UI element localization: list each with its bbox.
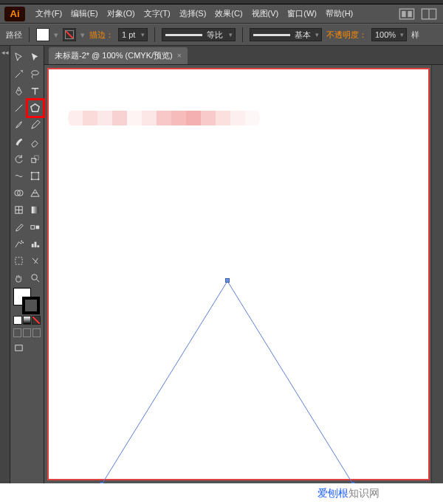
stroke-label[interactable]: 描边： xyxy=(89,30,114,41)
artboard-tool[interactable] xyxy=(10,252,27,269)
anchor-point[interactable] xyxy=(351,482,355,483)
svg-rect-19 xyxy=(32,207,38,213)
blend-tool[interactable] xyxy=(27,218,44,235)
lasso-tool[interactable] xyxy=(27,66,44,83)
symbol-sprayer-tool[interactable] xyxy=(10,235,27,252)
column-graph-tool[interactable] xyxy=(27,235,44,252)
arrange-docs-icon[interactable] xyxy=(421,7,437,21)
magic-wand-tool[interactable] xyxy=(10,66,27,83)
svg-rect-31 xyxy=(16,345,22,351)
style-button[interactable]: 样 xyxy=(411,30,419,41)
svg-marker-32 xyxy=(102,281,353,483)
menu-select[interactable]: 选择(S) xyxy=(175,5,211,22)
svg-rect-1 xyxy=(402,10,406,16)
fill-swatch[interactable] xyxy=(36,28,49,41)
menu-edit[interactable]: 编辑(E) xyxy=(66,5,103,22)
draw-normal-icon[interactable] xyxy=(13,328,21,337)
svg-rect-15 xyxy=(38,179,40,180)
stroke-weight-value: 1 pt xyxy=(122,30,135,39)
mesh-tool[interactable] xyxy=(10,201,27,218)
style-dropdown[interactable]: 基本 xyxy=(250,28,322,41)
ratio-dropdown[interactable]: 等比 xyxy=(162,28,236,41)
pencil-tool[interactable] xyxy=(27,117,44,134)
opacity-label[interactable]: 不透明度： xyxy=(326,30,367,41)
bridge-icon[interactable] xyxy=(399,7,415,21)
fill-stroke-control[interactable] xyxy=(10,286,44,314)
watermark-text: 知识网 xyxy=(348,487,380,499)
blob-brush-tool[interactable] xyxy=(10,134,27,151)
vertical-scrollbar[interactable] xyxy=(431,65,443,483)
collapse-arrows-icon: ◂◂ xyxy=(1,49,9,483)
menu-help[interactable]: 帮助(H) xyxy=(321,5,357,22)
screen-mode-tool[interactable] xyxy=(10,339,27,356)
swatch-dropdown-icon[interactable]: ▾ xyxy=(54,30,58,40)
anchor-point[interactable] xyxy=(100,482,104,483)
svg-rect-9 xyxy=(32,159,36,163)
hand-tool[interactable] xyxy=(10,269,27,286)
pen-tool[interactable] xyxy=(10,83,27,100)
svg-rect-27 xyxy=(38,245,40,247)
svg-rect-26 xyxy=(35,242,37,248)
free-transform-tool[interactable] xyxy=(27,168,44,184)
stroke-dropdown-icon[interactable]: ▾ xyxy=(80,30,85,40)
eraser-tool[interactable] xyxy=(27,134,44,151)
polygon-tool[interactable] xyxy=(27,100,44,117)
draw-behind-icon[interactable] xyxy=(23,328,31,337)
eyedropper-tool[interactable] xyxy=(10,218,27,235)
svg-rect-10 xyxy=(35,156,39,160)
color-mode-solid[interactable] xyxy=(13,316,22,325)
artboard-outline xyxy=(47,68,430,480)
tools-panel xyxy=(10,46,44,483)
svg-line-30 xyxy=(37,279,40,282)
zoom-tool[interactable] xyxy=(27,269,44,286)
menu-bar: Ai 文件(F) 编辑(E) 对象(O) 文字(T) 选择(S) 效果(C) 视… xyxy=(0,4,443,24)
opacity-field[interactable]: 100% xyxy=(371,28,407,41)
menu-window[interactable]: 窗口(W) xyxy=(283,5,321,22)
draw-inside-icon[interactable] xyxy=(32,328,41,337)
close-tab-icon[interactable]: × xyxy=(177,52,182,60)
stroke-weight-field[interactable]: 1 pt xyxy=(118,28,148,41)
stroke-swatch[interactable] xyxy=(63,28,76,41)
menu-type[interactable]: 文字(T) xyxy=(140,5,175,22)
triangle-shape[interactable] xyxy=(95,277,360,483)
svg-point-29 xyxy=(32,275,38,280)
style-label: 基本 xyxy=(295,30,311,41)
style-preview-icon xyxy=(253,34,290,36)
line-segment-tool[interactable] xyxy=(10,100,27,117)
direct-selection-tool[interactable] xyxy=(27,49,44,66)
artboard[interactable] xyxy=(50,71,427,477)
panel-collapse-strip[interactable]: ◂◂ xyxy=(0,46,10,483)
gradient-tool[interactable] xyxy=(27,201,44,218)
stroke-preview-icon xyxy=(165,34,202,36)
svg-rect-14 xyxy=(31,179,32,180)
stroke-color-swatch[interactable] xyxy=(22,297,40,314)
selection-tool[interactable] xyxy=(10,49,27,66)
color-mode-none[interactable] xyxy=(32,316,41,325)
rotate-tool[interactable] xyxy=(10,151,27,168)
svg-point-24 xyxy=(20,243,21,244)
paintbrush-tool[interactable] xyxy=(10,117,27,134)
document-tab-title: 未标题-2* @ 100% (CMYK/预览) xyxy=(55,50,173,61)
menu-view[interactable]: 视图(V) xyxy=(247,5,284,22)
svg-rect-25 xyxy=(32,244,34,248)
scale-tool[interactable] xyxy=(27,151,44,168)
watermark-link[interactable]: 爱刨根 xyxy=(317,487,348,499)
redacted-region xyxy=(68,105,260,131)
canvas-area[interactable] xyxy=(44,65,443,483)
opacity-value: 100% xyxy=(375,30,396,39)
svg-rect-2 xyxy=(408,10,412,16)
slice-tool[interactable] xyxy=(27,252,44,269)
menu-object[interactable]: 对象(O) xyxy=(103,5,140,22)
color-mode-gradient[interactable] xyxy=(23,316,32,325)
type-tool[interactable] xyxy=(27,83,44,100)
anchor-point[interactable] xyxy=(225,278,230,283)
menu-file[interactable]: 文件(F) xyxy=(31,5,66,22)
ratio-label: 等比 xyxy=(207,30,223,41)
svg-line-7 xyxy=(16,105,22,111)
menu-effect[interactable]: 效果(C) xyxy=(210,5,247,22)
svg-rect-11 xyxy=(32,173,38,179)
perspective-grid-tool[interactable] xyxy=(27,184,44,201)
shape-builder-tool[interactable] xyxy=(10,184,27,201)
document-tab[interactable]: 未标题-2* @ 100% (CMYK/预览) × xyxy=(49,47,188,64)
width-tool[interactable] xyxy=(10,168,27,184)
